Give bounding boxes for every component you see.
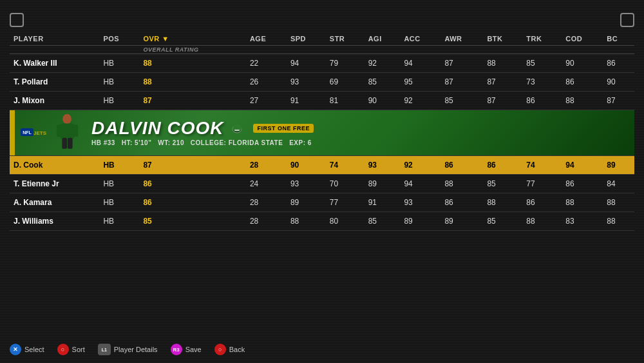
svg-point-0 [62, 114, 71, 124]
control-save: R3 Save [171, 344, 202, 355]
l2-button[interactable] [10, 13, 24, 27]
o-button-back[interactable]: ○ [214, 344, 226, 355]
svg-rect-2 [57, 124, 62, 137]
overall-rating-label-row: OVERALL RATING [10, 46, 634, 54]
svg-rect-3 [73, 124, 79, 137]
back-label: Back [229, 346, 245, 353]
select-label: Select [24, 346, 44, 353]
col-spd: SPD [287, 32, 326, 46]
svg-rect-4 [62, 138, 67, 149]
helmet-icon [231, 123, 243, 134]
col-acc: ACC [400, 32, 440, 46]
col-player: PLAYER [10, 32, 99, 46]
col-trk: TRK [522, 32, 562, 46]
table-row[interactable]: T. Etienne JrHB8624937089948885778684 [10, 175, 634, 193]
control-sort: ○ Sort [57, 344, 85, 355]
square-button[interactable]: R3 [171, 344, 182, 355]
table-row[interactable]: T. PollardHB8826936985958787738690 [10, 73, 634, 92]
top-bar-left [10, 13, 29, 27]
table-row[interactable]: J. WilliamsHB8528888085898985888388 [10, 212, 634, 231]
x-button[interactable]: ✕ [10, 344, 21, 355]
top-bar-right [615, 13, 634, 27]
table-row[interactable]: K. Walker IIIHB8822947992948788859086 [10, 54, 634, 73]
svg-rect-7 [234, 130, 240, 131]
nfl-logo: NFL [21, 128, 33, 136]
col-cod: COD [562, 32, 603, 46]
player-silhouette [50, 113, 85, 152]
table-row[interactable]: A. KamaraHB8628897791938688868888 [10, 193, 634, 212]
player-details-sub: HB #33 HT: 5'10" WT: 210 COLLEGE: FLORID… [91, 139, 634, 146]
table-row[interactable]: J. MixonHB8727918190928587868887 [10, 92, 634, 110]
col-agi: AGI [365, 32, 401, 46]
o-button-sort[interactable]: ○ [57, 344, 69, 355]
player-table: PLAYER POS OVR ▼ AGE SPD STR AGI ACC AWR… [10, 32, 634, 231]
overall-rating-label: OVERALL RATING [139, 46, 246, 54]
save-label: Save [185, 346, 202, 353]
bottom-controls: ✕ Select ○ Sort L1 Player Details R3 Sav… [10, 344, 634, 355]
selected-player-name: DALVIN COOK [91, 119, 223, 137]
svg-rect-5 [68, 138, 73, 149]
l1-button[interactable]: L1 [98, 344, 111, 355]
top-bar [10, 13, 634, 27]
col-pos: POS [99, 32, 139, 46]
player-banner-info: DALVIN COOK FIRST ONE FREE HB #33 HT: 5'… [91, 119, 634, 146]
table-header-row: PLAYER POS OVR ▼ AGE SPD STR AGI ACC AWR… [10, 32, 634, 46]
player-details-label: Player Details [114, 346, 158, 353]
first-one-free-badge: FIRST ONE FREE [253, 124, 314, 133]
player-banner: NFL JETS DALVIN CO [10, 110, 634, 155]
col-awr: AWR [440, 32, 483, 46]
r2-button[interactable] [620, 13, 634, 27]
col-btk: BTK [483, 32, 522, 46]
sort-label: Sort [72, 346, 85, 353]
team-logo: NFL JETS [17, 113, 50, 152]
player-banner-row: NFL JETS DALVIN CO [10, 110, 634, 156]
table-row[interactable]: D. CookHB8728907493928686749489 [10, 156, 634, 175]
col-ovr[interactable]: OVR ▼ [139, 32, 246, 46]
col-bc: BC [603, 32, 634, 46]
player-table-container: PLAYER POS OVR ▼ AGE SPD STR AGI ACC AWR… [10, 32, 634, 231]
control-select: ✕ Select [10, 344, 44, 355]
col-age: AGE [246, 32, 287, 46]
col-str: STR [326, 32, 365, 46]
svg-rect-1 [61, 123, 74, 139]
control-player-details: L1 Player Details [98, 344, 158, 355]
control-back: ○ Back [214, 344, 245, 355]
